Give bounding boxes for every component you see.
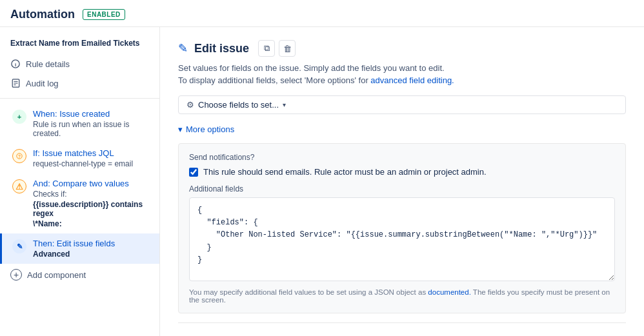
- audit-log-label: Audit log: [26, 79, 59, 88]
- help-text: You may specify additional field values …: [189, 288, 615, 304]
- when-step-subtitle: Rule is run when an issue is created.: [33, 120, 149, 138]
- panel-header: ✎ Edit issue ⧉ 🗑: [178, 40, 626, 57]
- gear-icon: ⚙: [186, 100, 194, 110]
- advanced-field-link[interactable]: advanced field editing.: [370, 75, 454, 85]
- then-step-icon: ✎: [12, 239, 26, 253]
- and-step-subtitle-regex: \*Name:: [33, 219, 149, 228]
- if-step-content: If: Issue matches JQL request-channel-ty…: [33, 148, 133, 168]
- and-step-icon: ⚠: [12, 179, 26, 193]
- sidebar-divider: [0, 98, 159, 99]
- additional-fields-label: Additional fields: [189, 184, 615, 193]
- send-emails-checkbox[interactable]: [189, 168, 198, 177]
- then-step-content: Then: Edit issue fields Advanced: [33, 239, 115, 259]
- info-circle-icon: i: [10, 59, 21, 69]
- if-step-subtitle: request-channel-type = email: [33, 159, 133, 168]
- app-container: Automation ENABLED Extract Name from Ema…: [0, 0, 644, 336]
- then-step-subtitle: Advanced: [33, 250, 115, 259]
- panel-action-icons: ⧉ 🗑: [258, 40, 296, 57]
- and-step-title: And: Compare two values: [33, 179, 149, 188]
- if-step[interactable]: ? If: Issue matches JQL request-channel-…: [0, 143, 159, 173]
- then-step-title: Then: Edit issue fields: [33, 239, 115, 248]
- enabled-badge: ENABLED: [83, 9, 125, 20]
- when-step-icon: +: [12, 110, 26, 124]
- and-step-content: And: Compare two values Checks if: {{iss…: [33, 179, 149, 228]
- send-emails-label: This rule should send emails. Rule actor…: [203, 167, 487, 177]
- document-icon: [10, 78, 21, 88]
- copy-icon: ⧉: [264, 43, 270, 54]
- documented-link[interactable]: documented.: [428, 288, 471, 296]
- svg-text:i: i: [15, 62, 16, 68]
- chevron-collapse-icon: ▾: [178, 124, 183, 134]
- desc-prefix: To display additional fields, select 'Mo…: [178, 75, 368, 85]
- right-panel: ✎ Edit issue ⧉ 🗑 Set values for fields o…: [160, 27, 644, 336]
- svg-text:?: ?: [18, 154, 21, 159]
- app-title: Automation: [10, 8, 75, 21]
- help-text-prefix: You may specify additional field values …: [189, 288, 426, 296]
- and-step-subtitle-checks: Checks if:: [33, 190, 149, 199]
- panel-pencil-icon: ✎: [178, 41, 188, 55]
- add-component-label: Add component: [27, 270, 86, 280]
- notifications-checkbox-row: This rule should send emails. Rule actor…: [189, 167, 615, 177]
- and-step-subtitle-expr: {{issue.description}} contains regex: [33, 200, 149, 218]
- when-step[interactable]: + When: Issue created Rule is run when a…: [0, 104, 159, 143]
- more-options-toggle[interactable]: ▾ More options: [178, 124, 626, 134]
- when-step-title: When: Issue created: [33, 109, 149, 119]
- more-options-label: More options: [186, 124, 234, 134]
- add-circle-icon: +: [10, 269, 22, 281]
- desc-text-1: Set values for fields on the issue. Simp…: [178, 63, 626, 73]
- chevron-down-icon: ▾: [283, 101, 286, 108]
- if-step-title: If: Issue matches JQL: [33, 148, 133, 158]
- sidebar-item-audit-log[interactable]: Audit log: [0, 74, 159, 93]
- notifications-label: Send notifications?: [189, 153, 615, 162]
- json-editor[interactable]: { "fields": { "Other Non-listed Service"…: [189, 197, 615, 281]
- more-options-section: Send notifications? This rule should sen…: [178, 143, 626, 313]
- when-step-content: When: Issue created Rule is run when an …: [33, 109, 149, 138]
- choose-fields-label: Choose fields to set...: [198, 100, 279, 110]
- add-component[interactable]: + Add component: [0, 264, 159, 286]
- desc-text-2: To display additional fields, select 'Mo…: [178, 75, 626, 85]
- panel-title: Edit issue: [194, 42, 249, 55]
- delete-button[interactable]: 🗑: [279, 40, 296, 57]
- main-content: Extract Name from Emailed Tickets i Rule…: [0, 27, 644, 336]
- and-step[interactable]: ⚠ And: Compare two values Checks if: {{i…: [0, 173, 159, 233]
- rule-details-label: Rule details: [26, 59, 70, 69]
- choose-fields-button[interactable]: ⚙ Choose fields to set... ▾: [178, 95, 626, 114]
- trash-icon: 🗑: [283, 44, 292, 54]
- copy-button[interactable]: ⧉: [258, 40, 275, 57]
- panel-footer: Cancel Save: [178, 322, 626, 336]
- top-header: Automation ENABLED: [0, 0, 644, 27]
- sidebar-item-rule-details[interactable]: i Rule details: [0, 54, 159, 74]
- sidebar: Extract Name from Emailed Tickets i Rule…: [0, 27, 160, 336]
- rule-title: Extract Name from Emailed Tickets: [0, 35, 159, 54]
- then-step[interactable]: ✎ Then: Edit issue fields Advanced: [0, 233, 159, 264]
- if-step-icon: ?: [12, 149, 26, 163]
